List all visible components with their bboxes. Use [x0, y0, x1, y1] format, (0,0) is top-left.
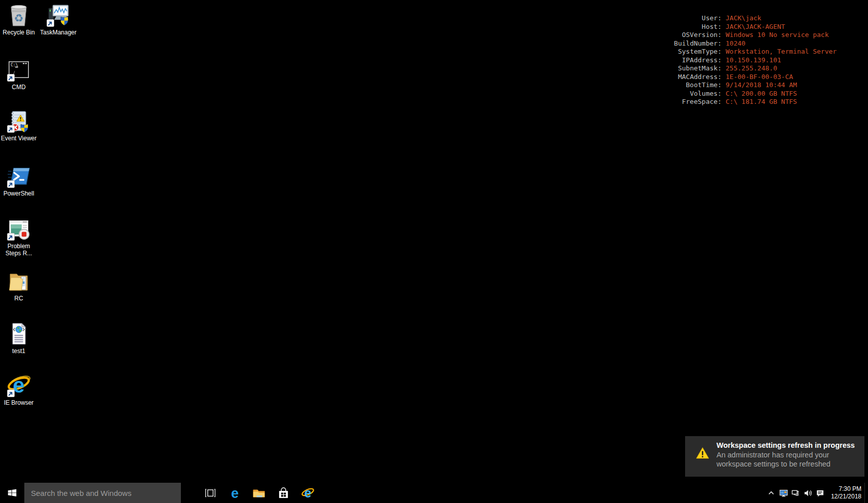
- desktop-icon-event-viewer[interactable]: Event Viewer: [0, 109, 40, 142]
- desktop-icon-powershell[interactable]: PowerShell: [0, 164, 40, 197]
- uac-shield-icon: [61, 17, 68, 25]
- sysinfo-row: Host:JACK\JACK-AGENT: [557, 23, 837, 31]
- tray-volume-icon[interactable]: [802, 483, 814, 503]
- taskbar-clock[interactable]: 7:30 PM 12/21/2018: [828, 485, 861, 500]
- tray-action-center-icon[interactable]: [814, 483, 826, 503]
- desktop-icon-problem-steps-recorder[interactable]: Problem Steps R...: [0, 217, 40, 257]
- taskbar-app-file-explorer[interactable]: [247, 483, 271, 503]
- sysinfo-row: BuildNumber:10240: [557, 40, 837, 48]
- shortcut-arrow-icon: [7, 74, 15, 82]
- shortcut-arrow-icon: [7, 390, 15, 397]
- show-desktop-button[interactable]: [864, 483, 868, 503]
- warning-triangle-icon: [696, 447, 709, 459]
- html-document-icon: [7, 322, 31, 346]
- icon-label: PowerShell: [4, 190, 34, 197]
- sysinfo-value: 9/14/2018 10:44 AM: [726, 81, 797, 90]
- store-icon: [277, 487, 290, 499]
- taskbar-app-store[interactable]: [271, 483, 295, 503]
- icon-label: Recycle Bin: [3, 29, 34, 36]
- icon-label: IE Browser: [4, 399, 34, 406]
- shortcut-arrow-icon: [7, 233, 15, 241]
- sysinfo-label: BuildNumber:: [557, 40, 722, 48]
- sysinfo-label: SubnetMask:: [557, 64, 722, 73]
- file-explorer-icon: [252, 486, 266, 499]
- sysinfo-row: SystemType:Workstation, Terminal Server: [557, 48, 837, 56]
- taskbar: e e: [0, 483, 868, 503]
- start-button[interactable]: [0, 483, 24, 503]
- shortcut-arrow-icon: [7, 180, 15, 188]
- shortcut-arrow-icon: [7, 125, 15, 133]
- sysinfo-value: JACK\JACK-AGENT: [726, 23, 785, 31]
- recycle-bin-icon: ♻: [7, 3, 31, 27]
- edge-icon: e: [228, 486, 242, 500]
- sysinfo-value: 255.255.248.0: [726, 64, 777, 73]
- task-view-button[interactable]: [198, 483, 222, 503]
- notification-toast[interactable]: Workspace settings refresh in progress A…: [685, 436, 864, 477]
- uac-shield-icon: [21, 125, 28, 132]
- sysinfo-label: Volumes:: [557, 90, 722, 98]
- svg-text:♻: ♻: [14, 12, 24, 24]
- sysinfo-row: FreeSpace:C:\ 181.74 GB NTFS: [557, 98, 837, 106]
- system-info-overlay: User:JACK\jack Host:JACK\JACK-AGENT OSVe…: [557, 14, 837, 106]
- sysinfo-label: Host:: [557, 23, 722, 31]
- sysinfo-value: 10240: [726, 40, 745, 48]
- sysinfo-value: C:\ 200.00 GB NTFS: [726, 90, 797, 98]
- sysinfo-row: User:JACK\jack: [557, 14, 837, 23]
- sysinfo-label: FreeSpace:: [557, 98, 722, 106]
- sysinfo-row: MACAddress:1E-00-BF-00-03-CA: [557, 73, 837, 82]
- desktop-icon-ie-browser[interactable]: e IE Browser: [0, 373, 40, 406]
- shortcut-arrow-icon: [47, 19, 54, 27]
- windows-logo-icon: [7, 487, 18, 498]
- sysinfo-value: 1E-00-BF-00-03-CA: [726, 73, 793, 82]
- sysinfo-value: 10.150.139.101: [726, 56, 781, 65]
- sysinfo-row: SubnetMask:255.255.248.0: [557, 64, 837, 73]
- search-input[interactable]: [24, 483, 181, 503]
- icon-label: Event Viewer: [1, 135, 36, 142]
- sysinfo-row: Volumes:C:\ 200.00 GB NTFS: [557, 90, 837, 98]
- sysinfo-label: OSVersion:: [557, 31, 722, 40]
- desktop-icon-test1[interactable]: test1: [0, 322, 40, 355]
- toast-title: Workspace settings refresh in progress: [716, 441, 849, 450]
- svg-text:e: e: [231, 486, 238, 501]
- desktop-icon-task-manager[interactable]: TaskManager: [37, 3, 80, 36]
- sysinfo-label: SystemType:: [557, 48, 722, 56]
- svg-text:C:\: C:\: [11, 63, 18, 67]
- sysinfo-value: JACK\jack: [726, 14, 761, 23]
- folder-icon: [7, 269, 31, 293]
- sysinfo-row: IPAddress:10.150.139.101: [557, 56, 837, 65]
- icon-label: CMD: [12, 84, 25, 91]
- tray-display-icon[interactable]: [777, 483, 789, 503]
- system-tray: 7:30 PM 12/21/2018: [765, 483, 868, 503]
- sysinfo-label: IPAddress:: [557, 56, 722, 65]
- desktop-icon-recycle-bin[interactable]: ♻ Recycle Bin: [0, 3, 40, 36]
- sysinfo-value: Workstation, Terminal Server: [726, 48, 837, 56]
- internet-explorer-icon: e: [301, 486, 315, 500]
- icon-label: test1: [12, 347, 25, 355]
- sysinfo-row: OSVersion:Windows 10 No service pack: [557, 31, 837, 40]
- desktop-icon-rc-folder[interactable]: RC: [0, 269, 40, 302]
- tray-network-icon[interactable]: [789, 483, 802, 503]
- clock-time: 7:30 PM: [828, 485, 861, 493]
- svg-text:e: e: [304, 486, 311, 500]
- clock-date: 12/21/2018: [828, 493, 861, 500]
- taskbar-app-edge[interactable]: e: [222, 483, 247, 503]
- sysinfo-label: BootTime:: [557, 81, 722, 90]
- tray-chevron-up-icon[interactable]: [765, 483, 777, 503]
- sysinfo-value: Windows 10 No service pack: [726, 31, 829, 40]
- sysinfo-label: MACAddress:: [557, 73, 722, 82]
- toast-body: An administrator has required your works…: [716, 450, 849, 469]
- taskbar-app-internet-explorer[interactable]: e: [295, 483, 320, 503]
- sysinfo-label: User:: [557, 14, 722, 23]
- desktop-icon-cmd[interactable]: C:\ CMD: [0, 58, 40, 91]
- icon-label: Problem Steps R...: [3, 243, 34, 257]
- sysinfo-row: BootTime:9/14/2018 10:44 AM: [557, 81, 837, 90]
- task-view-icon: [204, 487, 216, 499]
- sysinfo-value: C:\ 181.74 GB NTFS: [726, 98, 797, 106]
- icon-label: RC: [14, 295, 23, 302]
- icon-label: TaskManager: [40, 29, 77, 36]
